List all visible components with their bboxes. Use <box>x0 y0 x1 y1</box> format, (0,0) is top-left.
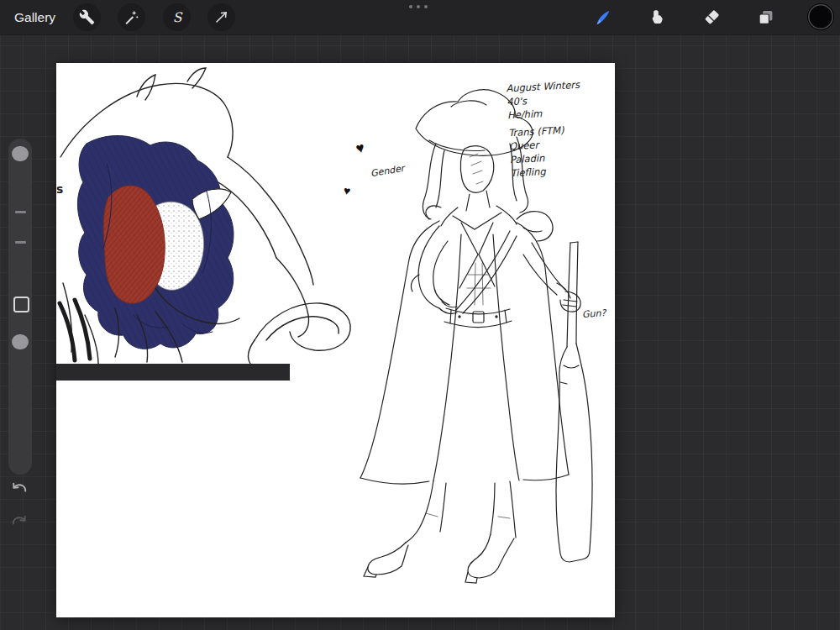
transform-arrow-icon <box>213 9 229 25</box>
multitask-handle[interactable] <box>409 5 428 8</box>
handle-dot <box>417 5 420 8</box>
dark-bar-shape <box>56 364 290 381</box>
smudge-tool-button[interactable] <box>643 3 671 31</box>
selection-button[interactable]: S <box>163 3 191 31</box>
paintbrush-icon <box>594 8 612 27</box>
magic-wand-icon <box>123 9 139 25</box>
smudge-finger-icon <box>648 8 666 26</box>
handle-dot <box>409 5 412 8</box>
layers-icon <box>757 8 774 26</box>
transform-button[interactable] <box>207 3 235 31</box>
gun-label: Gun? <box>582 307 606 320</box>
color-swatch-button[interactable] <box>808 4 833 29</box>
undo-icon <box>9 480 29 500</box>
drawing-canvas[interactable]: August Winters 40's He/him Trans (FTM) Q… <box>56 63 615 617</box>
brush-opacity-slider[interactable] <box>12 334 29 349</box>
modify-button[interactable] <box>13 297 29 312</box>
brush-tool-button[interactable] <box>589 3 617 31</box>
redo-button[interactable] <box>9 512 29 533</box>
layers-button[interactable] <box>752 3 780 31</box>
svg-text:S: S <box>172 10 182 25</box>
edge-letter: s <box>56 182 63 196</box>
character-notes: August Winters 40's He/him Trans (FTM) Q… <box>506 78 585 180</box>
slider-tick <box>15 211 26 213</box>
adjustments-button[interactable] <box>118 3 145 31</box>
selection-s-icon: S <box>168 8 186 27</box>
sidebar-rail <box>8 139 32 475</box>
actions-button[interactable] <box>73 3 101 31</box>
redo-icon <box>9 512 29 533</box>
brush-size-slider[interactable] <box>12 146 29 161</box>
procreate-window: Gallery S <box>0 0 840 630</box>
gallery-button[interactable]: Gallery <box>14 0 55 34</box>
bust-sketch <box>60 68 350 364</box>
eraser-icon <box>703 8 721 26</box>
wrench-icon <box>79 9 95 25</box>
slider-tick <box>15 241 26 244</box>
note-line: He/him <box>507 105 582 123</box>
handle-dot <box>424 5 428 8</box>
eraser-tool-button[interactable] <box>698 3 726 31</box>
undo-button[interactable] <box>9 480 29 500</box>
